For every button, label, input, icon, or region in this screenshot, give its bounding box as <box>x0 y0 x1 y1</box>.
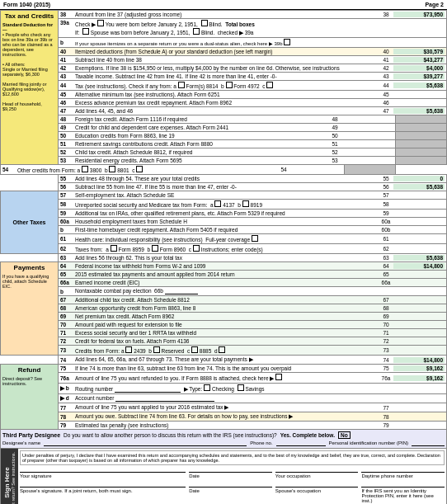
line-60b-ref: 60b <box>380 227 392 233</box>
occupation-label: Your occupation <box>275 473 311 478</box>
form-page: Form 1040 (2015) Page 2 Tax and Credits … <box>0 0 447 504</box>
check-spouse-born[interactable] <box>82 28 89 35</box>
line-40-ref: 40 <box>380 49 392 54</box>
line-61-desc: Health care: individual responsibility (… <box>75 235 379 243</box>
line-45-num: 45 <box>60 92 73 97</box>
line-40-num: 40 <box>60 49 73 54</box>
spacer-55 <box>1 175 59 183</box>
third-party-question: Do you want to allow another person to d… <box>64 432 277 438</box>
line-55-amt: 0 <box>393 176 445 181</box>
line-52-num: 52 <box>60 149 73 155</box>
line-44-ref: 44 <box>380 82 392 88</box>
line-56-num: 56 <box>60 184 73 190</box>
line-40-desc: Itemized deductions (from Schedule A) or… <box>75 49 379 54</box>
check-checking[interactable] <box>204 384 210 391</box>
line-56-ref: 56 <box>380 184 392 190</box>
line-42-ref: 42 <box>380 65 392 71</box>
line-55-ref: 55 <box>380 176 392 181</box>
line-38-ref: 38 <box>380 12 392 17</box>
line-68-ref: 68 <box>380 305 392 311</box>
line-38-amt: $73,950 <box>393 12 445 17</box>
line-44-num: 44 <box>60 82 73 88</box>
line-57-ref: 57 <box>380 192 392 198</box>
line-65-num: 65 <box>60 271 73 277</box>
check-58b[interactable] <box>242 200 249 207</box>
line-71-ref: 71 <box>380 330 392 336</box>
line-39b-num: b <box>60 40 73 45</box>
line-72-ref: 72 <box>380 338 392 344</box>
line-65-desc: 2015 estimated tax payments and amount a… <box>75 271 379 277</box>
check-73a[interactable] <box>125 346 132 353</box>
spacer-74 <box>1 356 59 365</box>
check-76a[interactable] <box>275 374 282 380</box>
check-62b[interactable] <box>152 245 158 252</box>
check-44b[interactable] <box>226 82 233 88</box>
check-61[interactable] <box>252 235 258 242</box>
line-55-num: 55 <box>60 176 73 181</box>
check-39b[interactable] <box>284 39 290 45</box>
check-73d[interactable] <box>219 346 225 353</box>
check-62c[interactable] <box>193 245 200 252</box>
line-75-desc: If line 74 is more than line 63, subtrac… <box>75 365 379 371</box>
spacer-63 <box>1 254 59 262</box>
your-signature-label: Your signature <box>20 473 51 478</box>
designee-name-label: Designee's name <box>2 440 40 446</box>
check-savings[interactable] <box>238 384 244 391</box>
line-47-amt: $5,638 <box>393 108 445 114</box>
line-66a-desc: Earned income credit (EIC) <box>75 280 379 285</box>
line-60a-num: 60a <box>60 219 73 224</box>
line-53-num: 53 <box>60 158 73 163</box>
sign-here-label: Sign Here Joint return? See instructions… <box>1 449 18 504</box>
check-44a[interactable] <box>178 82 185 88</box>
check-54c[interactable] <box>136 166 143 172</box>
line-58-ref: 58 <box>380 201 392 207</box>
line-76a-amt: $9,162 <box>393 375 445 381</box>
check-73c[interactable] <box>191 346 198 353</box>
check-73b[interactable] <box>153 346 160 353</box>
line-64-ref: 64 <box>380 263 392 269</box>
line-41-desc: Subtract line 40 from line 38 <box>75 57 379 63</box>
tax-credits-title: Tax and Credits <box>2 12 56 20</box>
check-54b[interactable] <box>109 166 115 172</box>
line-42-num: 42 <box>60 65 73 71</box>
line-48-shade <box>396 115 447 124</box>
line-77-ref: 77 <box>380 405 392 411</box>
check-39a-born[interactable] <box>97 20 104 26</box>
line-76b-num: ▶ b <box>60 385 73 392</box>
check-58a[interactable] <box>214 200 221 207</box>
line-74-ref: 74 <box>380 357 392 363</box>
line-70-desc: Amount paid with request for extension t… <box>75 322 379 327</box>
line-59-num: 59 <box>60 210 73 216</box>
line-70-ref: 70 <box>380 322 392 327</box>
line-74-amt: $14,800 <box>393 357 445 363</box>
line-48-desc: Foreign tax credit. Attach Form 1116 if … <box>75 116 327 122</box>
check-spouse-blind[interactable] <box>193 28 200 35</box>
line-54-ref: 54 <box>278 167 289 172</box>
line-71-desc: Excess social security and tier 1 RRTA t… <box>75 330 379 336</box>
check-54a[interactable] <box>82 166 88 172</box>
line-49-num: 49 <box>60 125 73 130</box>
check-44c[interactable] <box>266 82 273 88</box>
line-60a-ref: 60a <box>380 219 392 224</box>
line-66b-desc: Nontaxable combat pay election 66b <box>75 288 392 294</box>
line-43-amt: $39,277 <box>393 73 445 79</box>
line-52-ref: 52 <box>329 149 341 155</box>
other-taxes-label: Other Taxes <box>1 191 59 254</box>
line-54-desc: Other credits from Form: a 3800 b 8801 c <box>17 166 276 173</box>
spacer-56 <box>1 183 59 191</box>
line-76d-num: ▶ d <box>60 395 73 402</box>
line-69-num: 69 <box>60 313 73 319</box>
line-39a-if: If: Spouse was born before January 2, 19… <box>75 28 254 36</box>
standard-deduction-note: Standard Deduction for— • People who che… <box>2 22 56 111</box>
third-party-no: No <box>338 431 351 439</box>
line-58-desc: Unreported social security and Medicare … <box>75 200 379 208</box>
check-39a-blind[interactable] <box>201 20 208 26</box>
line-43-ref: 43 <box>380 73 392 79</box>
line-77-num: 77 <box>60 405 73 411</box>
line-47-desc: Add lines 44, 45, and 46 <box>75 108 379 114</box>
line-61-ref: 61 <box>380 236 392 242</box>
line-43-desc: Taxable income. Subtract line 42 from li… <box>75 73 379 79</box>
line-69-desc: Net premium tax credit. Attach Form 8962 <box>75 313 379 319</box>
line-62-desc: Taxes from: a Form 8959 b Form 8960 c In… <box>75 245 379 252</box>
check-62a[interactable] <box>111 245 117 252</box>
